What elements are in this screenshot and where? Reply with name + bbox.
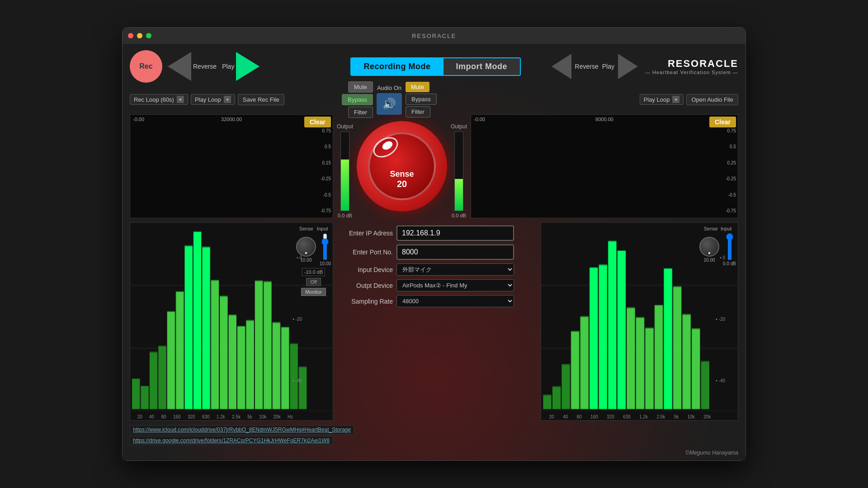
play-label-right: Play <box>602 63 614 70</box>
input-device-row: Input Device 外部マイク <box>339 263 535 276</box>
top-row: Rec Reverse Play Recording Mode Import M… <box>130 48 738 84</box>
ip-input[interactable] <box>396 225 514 241</box>
left-fx-buttons: Mute Bypass Filter <box>337 81 373 118</box>
rec-loop-close[interactable]: ✕ <box>177 96 184 103</box>
right-vu-meter: Output 0.0 dB <box>451 114 467 218</box>
left-controls-panel: Sense Input 10.00 10.00 <box>296 226 331 296</box>
off-button-left[interactable]: Off <box>306 278 321 286</box>
gdrive-link[interactable]: https://drive.google.com/drive/folders/1… <box>130 436 333 445</box>
output-label-right: Output <box>451 123 467 130</box>
logo-title: RESORACLE <box>668 58 738 70</box>
save-rec-file-button[interactable]: Save Rec File <box>238 94 284 105</box>
bypass-button-right[interactable]: Bypass <box>406 94 437 105</box>
bottom-row: 2040801603206301.2k2.5k5k10k20kHz • 0• -… <box>130 222 738 421</box>
db-readout-left: -10.0 dB <box>302 268 326 276</box>
left-wave-max: 32000.00 <box>221 117 242 122</box>
copyright-area: ©Megumu Hanayama <box>130 450 738 456</box>
open-audio-file-button[interactable]: Open Audio File <box>686 94 738 105</box>
audio-on-label: Audio On <box>377 84 401 91</box>
settings-panel: Enter IP Adress Enter Port No. Input Dev… <box>337 222 537 421</box>
sampling-rate-label: Sampling Rate <box>339 298 393 305</box>
right-waveform-svg: (function(){ const svg=document.currentS… <box>471 126 725 216</box>
links-row: https://www.icloud.com/iclouddrive/037jr… <box>130 424 738 446</box>
logo-area: RESORACLE — Heartbeat Verification Syste… <box>645 58 738 75</box>
sampling-rate-select[interactable]: 48000 <box>396 295 514 307</box>
sense-knob-right[interactable] <box>699 237 719 257</box>
left-wave-min: -0.00 <box>133 117 144 122</box>
left-waveform-svg: (function(){ const svg = document.curren… <box>130 126 320 216</box>
play-icon-left <box>236 52 259 81</box>
recording-mode-tab[interactable]: Recording Mode <box>351 58 443 75</box>
waveform-row: -0.00 32000.00 Clear 0.750.50.15-0.25-0.… <box>130 114 738 218</box>
right-controls-panel: Sense Input 10.00 0.0 dB <box>699 226 736 266</box>
title-bar: RESORACLE <box>123 28 745 44</box>
right-knobs-row: 10.00 0.0 dB <box>699 233 736 266</box>
play-loop-box-left: Play Loop ✕ <box>191 94 235 105</box>
input-slider-container-left: 10.00 <box>320 233 331 266</box>
right-waveform: -0.00 8000.00 Clear 0.750.50.25-0.25-0.5… <box>471 114 738 218</box>
output-device-select[interactable]: AirPods Max② - Find My <box>396 279 514 291</box>
main-window: RESORACLE Rec Reverse Play Recording M <box>122 27 746 461</box>
left-knob-labels: Sense Input <box>299 226 328 231</box>
rec-button[interactable]: Rec <box>130 50 162 83</box>
center-sense-area: Sense 20 <box>357 114 447 218</box>
reverse-icon-right <box>552 54 571 79</box>
play-loop-box-right: Play Loop ✕ <box>640 94 684 105</box>
minimize-button[interactable] <box>137 33 142 38</box>
input-slider-right[interactable] <box>725 233 734 260</box>
play-loop-close-right[interactable]: ✕ <box>672 96 679 103</box>
left-controls: Rec Reverse Play <box>130 50 320 83</box>
play-loop-label-right: Play Loop <box>644 96 670 103</box>
input-knob-label-left: Input <box>317 226 328 231</box>
left-spectrum-x-labels: 2040801603206301.2k2.5k5k10k20kHz <box>134 414 297 419</box>
rec-loop-box: Rec Loop (60s) ✕ <box>130 94 188 105</box>
close-button[interactable] <box>128 33 133 38</box>
left-db-label: 0.0 dB <box>338 213 352 218</box>
audio-on-button[interactable]: 🔊 <box>377 93 402 115</box>
bypass-button-left[interactable]: Bypass <box>342 94 373 105</box>
sense-knob-left[interactable] <box>296 237 316 257</box>
sense-label: Sense <box>390 169 414 179</box>
sense-value: 20 <box>397 179 407 189</box>
left-meter-bar <box>340 131 349 211</box>
center-top: Recording Mode Import Mode <box>320 57 552 76</box>
sense-dial[interactable]: Sense 20 <box>357 121 447 211</box>
main-content: Rec Reverse Play Recording Mode Import M… <box>123 44 745 460</box>
play-icon-right <box>618 54 638 79</box>
monitor-button[interactable]: Monitor <box>301 288 326 296</box>
left-spectrum: 2040801603206301.2k2.5k5k10k20kHz • 0• -… <box>130 222 333 421</box>
sense-knob-dot-right <box>708 252 710 254</box>
play-loop-label-left: Play Loop <box>195 96 221 103</box>
mute-button-left[interactable]: Mute <box>348 81 373 93</box>
input-slider-container-right: 0.0 dB <box>723 233 736 266</box>
input-device-select[interactable]: 外部マイク <box>396 263 514 276</box>
right-wave-min: -0.00 <box>474 117 485 122</box>
fullscreen-button[interactable] <box>146 33 151 38</box>
output-device-row: Outpt Device AirPods Max② - Find My <box>339 279 535 291</box>
middle-row: Rec Loop (60s) ✕ Play Loop ✕ Save Rec Fi… <box>130 88 738 111</box>
play-loop-close-left[interactable]: ✕ <box>224 96 231 103</box>
audio-on-section: Audio On 🔊 <box>377 84 402 115</box>
icloud-link[interactable]: https://www.icloud.com/iclouddrive/037jr… <box>130 425 354 434</box>
mute-button-right[interactable]: Mute <box>406 82 429 92</box>
sampling-rate-row: Sampling Rate 48000 <box>339 295 535 307</box>
port-input[interactable] <box>396 244 514 260</box>
mode-tabs: Recording Mode Import Mode <box>350 57 521 76</box>
right-wave-y-axis: 0.750.50.25-0.25-0.5-0.75 <box>726 128 736 213</box>
rec-loop-label: Rec Loop (60s) <box>134 96 174 103</box>
sense-swirl-icon <box>368 129 404 165</box>
sense-knob-container-left: 10.00 <box>296 237 316 263</box>
port-row: Enter Port No. <box>339 244 535 260</box>
sense-knob-label-left: Sense <box>299 226 313 231</box>
right-loop-row: Play Loop ✕ Open Audio File <box>445 94 738 105</box>
left-vu-meter: Output 0.0 dB <box>337 114 353 218</box>
port-label: Enter Port No. <box>339 249 393 256</box>
copyright: ©Megumu Hanayama <box>685 450 738 456</box>
sense-knob-dot <box>305 252 307 254</box>
right-fx-buttons: Mute Bypass Filter <box>406 82 442 117</box>
input-slider-value-right: 0.0 dB <box>723 261 736 266</box>
left-loop-row: Rec Loop (60s) ✕ Play Loop ✕ Save Rec Fi… <box>130 94 333 105</box>
input-slider-left[interactable] <box>321 233 330 260</box>
left-waveform: -0.00 32000.00 Clear 0.750.50.15-0.25-0.… <box>130 114 333 218</box>
import-mode-tab[interactable]: Import Mode <box>443 58 520 75</box>
